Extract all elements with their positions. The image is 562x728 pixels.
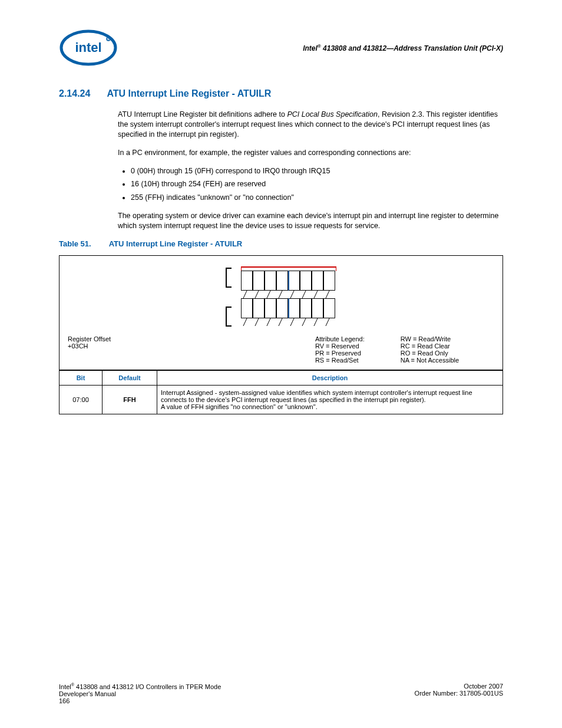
bit-diagram [241,266,336,327]
section-title: ATU Interrupt Line Register - ATUILR [107,88,271,99]
col-bit: Bit [59,370,103,385]
bracket-icon [226,268,232,288]
register-figure: Register Offset +03CH Attribute Legend: … [59,255,503,370]
table-caption: Table 51. ATU Interrupt Line Register - … [59,239,503,248]
section-heading: 2.14.24 ATU Interrupt Line Register - AT… [59,88,503,99]
page-header: intel R Intel® 413808 and 413812—Address… [59,28,503,67]
table-row: 07:00 FFH Interrupt Assigned - system-as… [59,385,503,414]
running-header: Intel® 413808 and 413812—Address Transla… [303,44,503,52]
svg-text:intel: intel [75,40,101,55]
section-number: 2.14.24 [59,88,90,99]
bracket-icon [226,307,232,327]
col-description: Description [157,370,503,385]
intel-logo: intel R [59,28,118,67]
svg-text:R: R [107,38,110,41]
register-offset-label: Register Offset [68,335,315,342]
page-footer: Intel® 413808 and 413812 I/O Controllers… [59,683,503,704]
table-header-row: Bit Default Description [59,370,503,385]
legend-title: Attribute Legend: [315,335,401,342]
register-table: Bit Default Description 07:00 FFH Interr… [59,370,503,414]
table-title: ATU Interrupt Line Register - ATUILR [109,239,243,248]
col-default: Default [103,370,157,385]
table-label: Table 51. [59,239,91,248]
register-offset-value: +03CH [68,342,315,350]
body-text: ATU Interrupt Line Register bit definiti… [118,110,503,231]
